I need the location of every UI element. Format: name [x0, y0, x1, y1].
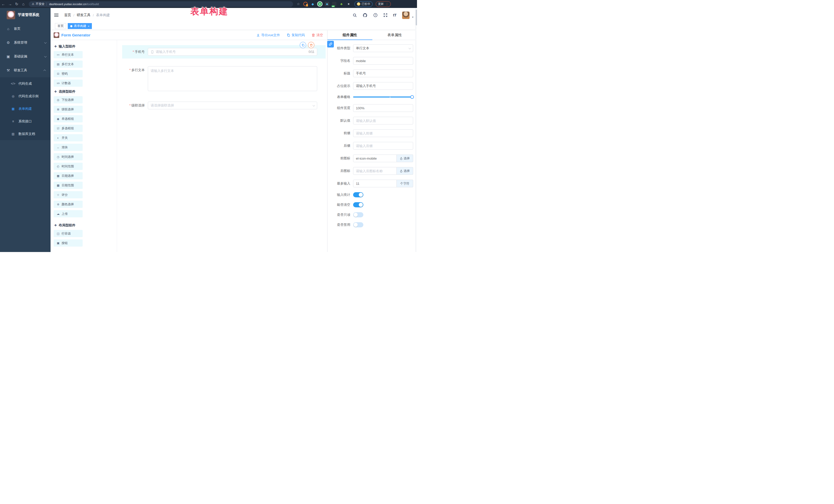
copy-code-button[interactable]: 复制代码 — [287, 33, 305, 38]
textarea-icon: ▤ — [56, 63, 60, 66]
component-color-picker[interactable]: ⊛ 颜色选择 — [53, 201, 83, 208]
extension-gem-icon[interactable]: ◆ — [310, 2, 315, 6]
component-radio-group[interactable]: ◉ 单选框组 — [53, 115, 83, 123]
component-cascader[interactable]: ⊞ 级联选择 — [53, 106, 83, 113]
paused-badge[interactable]: 已暂停 — [354, 1, 373, 7]
clearable-toggle[interactable] — [353, 202, 364, 207]
component-slider[interactable]: ↔ 滑块 — [53, 144, 83, 151]
sidebar-item-system-api[interactable]: ≡ 系统接口 — [0, 115, 50, 128]
suffix-input[interactable] — [353, 142, 413, 150]
prefix-input[interactable] — [353, 129, 413, 137]
bookmark-star-icon[interactable]: ☆ — [296, 2, 301, 6]
component-upload[interactable]: ☁ 上传 — [53, 210, 83, 217]
vue-devtools-icon[interactable]: V — [318, 2, 322, 6]
disabled-toggle[interactable] — [353, 222, 364, 227]
component-button[interactable]: ▣ 按钮 — [53, 239, 83, 247]
link-handle-button[interactable] — [327, 41, 334, 47]
browser-forward-button[interactable]: → — [7, 2, 13, 6]
tab-form-props[interactable]: 表单属性 — [372, 30, 417, 40]
update-button[interactable]: 更新 ⋮ — [376, 1, 391, 7]
window-scrollbar[interactable] — [415, 8, 417, 252]
component-multi-line-text[interactable]: ▤ 多行文本 — [53, 61, 83, 68]
tag-form-builder[interactable]: 表单构建 × — [68, 23, 92, 29]
font-size-icon[interactable]: tT — [393, 13, 396, 17]
readonly-toggle[interactable] — [353, 212, 364, 217]
component-library: ❖ 输入型组件 ▭ 单行文本 ▤ 多行文本 — [50, 40, 117, 252]
component-checkbox-group[interactable]: ☑ 多选框组 — [53, 125, 83, 132]
breadcrumb-home[interactable]: 首页 — [64, 13, 71, 18]
tag-home[interactable]: 首页 — [55, 23, 66, 29]
sidebar-item-form-builder[interactable]: ▦ 表单构建 — [0, 103, 50, 115]
component-width-input[interactable] — [353, 104, 413, 112]
component-rate[interactable]: ☆ 评分 — [53, 191, 83, 198]
mobile-input[interactable]: 请输入手机号 0/11 — [148, 48, 317, 56]
delete-field-button[interactable] — [308, 42, 314, 48]
placeholder-input[interactable] — [353, 82, 413, 90]
breadcrumb-devtools[interactable]: 研发工具 — [77, 13, 91, 18]
sidebar-item-code-gen-demo[interactable]: ◎ 代码生成示例 — [0, 90, 50, 103]
component-type-select[interactable]: 单行文本 — [353, 44, 413, 52]
address-bar[interactable]: ⚠ 不安全 dashboard.yudao.iocoder.cn /tool/b… — [29, 1, 293, 7]
component-password[interactable]: ⊡ 密码 — [53, 70, 83, 77]
browser-home-button[interactable]: ⌂ — [20, 2, 27, 6]
textarea-field[interactable] — [148, 66, 317, 91]
component-date-range[interactable]: ▩ 日期范围 — [53, 182, 83, 189]
extension-icon[interactable] — [303, 2, 308, 6]
component-date-picker[interactable]: ▦ 日期选择 — [53, 172, 83, 179]
component-time-picker[interactable]: ◷ 时间选择 — [53, 153, 83, 160]
form-grid-slider[interactable] — [353, 95, 412, 99]
avatar-caret-icon[interactable]: ▾ — [412, 16, 413, 19]
choose-suffix-icon-button[interactable]: 选择 — [397, 167, 413, 175]
clear-button[interactable]: 清空 — [311, 33, 323, 38]
component-time-range[interactable]: ◴ 时间范围 — [53, 163, 83, 170]
suffix-icon-input[interactable] — [353, 167, 397, 175]
canvas-row-mobile[interactable]: *手机号 请输入手机号 0/11 — [122, 45, 326, 59]
browser-reload-button[interactable]: ↻ — [13, 2, 20, 6]
title-input[interactable] — [353, 69, 413, 77]
app-logo-area[interactable]: 芋道管理系统 — [0, 8, 50, 22]
slider-track[interactable] — [353, 96, 412, 97]
component-switch[interactable]: ◐ 开关 — [53, 134, 83, 141]
sidebar-item-db-doc[interactable]: ▤ 数据库文档 — [0, 128, 50, 140]
cascader-select[interactable]: 请选择级联选择 — [148, 102, 317, 109]
avatar[interactable] — [402, 12, 410, 19]
menu-toggle-icon[interactable] — [54, 13, 59, 18]
duplicate-field-button[interactable] — [300, 42, 306, 48]
max-length-input[interactable] — [353, 180, 397, 187]
panel-field-field-name: 字段名 — [329, 57, 413, 65]
canvas-row-textarea[interactable]: *多行文本 — [122, 66, 326, 92]
extension-plant-icon[interactable]: ♣ — [339, 2, 344, 6]
github-icon[interactable] — [363, 13, 368, 18]
extension-star-icon[interactable]: ✶ — [347, 2, 351, 6]
prefix-icon-input[interactable] — [353, 154, 397, 162]
field-name-input[interactable] — [353, 57, 413, 65]
scrollbar-thumb[interactable] — [416, 9, 417, 25]
sidebar-item-devtools[interactable]: ⚒ 研发工具 — [0, 63, 50, 77]
extension-icon[interactable]: ◆ — [325, 2, 329, 6]
component-row-container[interactable]: ◫ 行容器 — [53, 230, 83, 237]
component-counter[interactable]: 123 计数器 — [53, 80, 83, 87]
component-single-line-text[interactable]: ▭ 单行文本 — [53, 51, 83, 58]
close-icon[interactable]: × — [88, 25, 89, 28]
canvas-row-cascader[interactable]: *级联选择 请选择级联选择 — [122, 102, 326, 109]
sidebar-item-home[interactable]: ⌂ 首页 — [0, 22, 50, 36]
tab-component-props[interactable]: 组件属性 — [327, 30, 372, 40]
fullscreen-icon[interactable] — [383, 13, 388, 17]
extension-on-icon[interactable] — [332, 2, 336, 6]
code-icon: </> — [11, 82, 15, 85]
choose-prefix-icon-button[interactable]: 选择 — [397, 154, 413, 162]
breadcrumb-separator: / — [73, 13, 74, 17]
browser-back-button[interactable]: ← — [0, 2, 7, 6]
sidebar-item-system[interactable]: ⚙ 系统管理 — [0, 36, 50, 49]
form-canvas[interactable]: *手机号 请输入手机号 0/11 *多行文本 — [117, 40, 327, 252]
input-stats-toggle[interactable] — [353, 192, 364, 197]
browser-menu-dots-icon[interactable]: ⋮ — [386, 2, 389, 6]
slider-handle[interactable] — [410, 95, 414, 99]
sidebar-item-infra[interactable]: ▣ 基础设施 — [0, 49, 50, 63]
component-dropdown-select[interactable]: ◎ 下拉选择 — [53, 96, 83, 104]
default-value-input[interactable] — [353, 117, 413, 125]
help-icon[interactable]: ? — [373, 13, 378, 18]
export-vue-button[interactable]: 导出vue文件 — [256, 33, 280, 38]
search-icon[interactable] — [353, 13, 357, 18]
sidebar-item-code-gen[interactable]: </> 代码生成 — [0, 77, 50, 90]
